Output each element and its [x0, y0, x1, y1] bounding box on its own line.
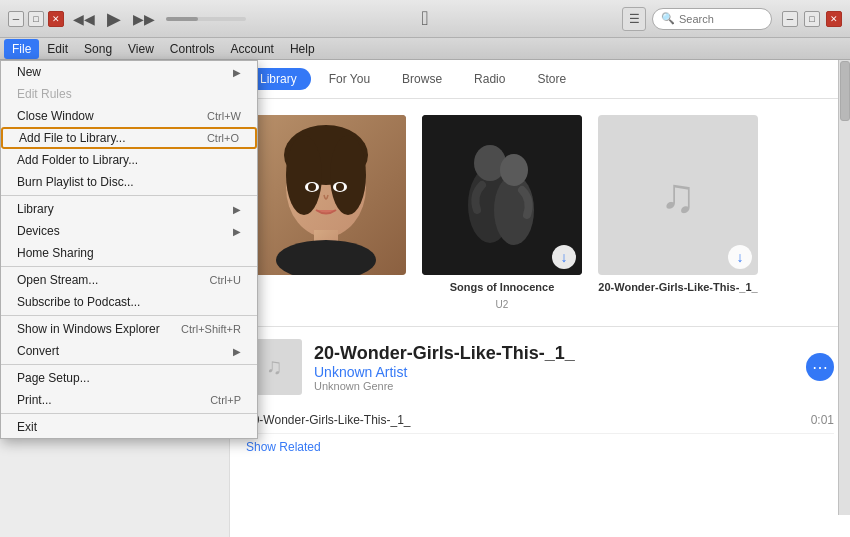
song-duration: 0:01 [811, 413, 834, 427]
grid-view-button[interactable]: ☰ [622, 7, 646, 31]
separator-3 [1, 315, 257, 316]
music-note-icon: ♫ [660, 168, 696, 223]
arrow-right-icon-2: ▶ [233, 204, 241, 215]
u2-album-title: Songs of Innocence [450, 281, 555, 293]
u2-album-artist: U2 [496, 299, 509, 310]
now-playing-section: ♫ 20-Wonder-Girls-Like-This-_1_ Unknown … [230, 326, 850, 407]
forward-button[interactable]: ▶▶ [132, 7, 156, 31]
menu-bar: File Edit Song View Controls Account Hel… [0, 38, 850, 60]
svg-point-8 [308, 183, 316, 191]
album-art-u2: ↓ [422, 115, 582, 275]
win-close-button[interactable]: ✕ [826, 11, 842, 27]
tab-radio[interactable]: Radio [460, 68, 519, 90]
rewind-button[interactable]: ◀◀ [72, 7, 96, 31]
title-bar-right: ☰ 🔍 ─ □ ✕ [622, 7, 842, 31]
svg-point-4 [330, 135, 366, 215]
playback-controls: ◀◀ ▶ ▶▶ [72, 7, 250, 31]
title-bar: ─ □ ✕ ◀◀ ▶ ▶▶  ☰ 🔍 ─ □ ✕ [0, 0, 850, 38]
now-playing-music-icon: ♫ [266, 354, 283, 380]
tab-browse[interactable]: Browse [388, 68, 456, 90]
song-name: 20-Wonder-Girls-Like-This-_1_ [246, 413, 411, 427]
album-card-adele[interactable] [246, 115, 406, 310]
content-area: Library For You Browse Radio Store [230, 60, 850, 537]
menu-burn-playlist[interactable]: Burn Playlist to Disc... [1, 171, 257, 193]
menu-help[interactable]: Help [282, 39, 323, 59]
menu-open-stream[interactable]: Open Stream... Ctrl+U [1, 269, 257, 291]
search-input[interactable] [679, 13, 759, 25]
separator-5 [1, 413, 257, 414]
menu-new[interactable]: New ▶ [1, 61, 257, 83]
menu-song[interactable]: Song [76, 39, 120, 59]
maximize-button[interactable]: □ [28, 11, 44, 27]
show-related-link[interactable]: Show Related [230, 434, 850, 460]
menu-account[interactable]: Account [223, 39, 282, 59]
apple-logo:  [421, 7, 428, 30]
now-playing-info: 20-Wonder-Girls-Like-This-_1_ Unknown Ar… [314, 343, 794, 392]
separator-1 [1, 195, 257, 196]
win-maximize-button[interactable]: □ [804, 11, 820, 27]
menu-file[interactable]: File [4, 39, 39, 59]
album-art-wonder: ♫ ↓ [598, 115, 758, 275]
album-art-adele [246, 115, 406, 275]
wonder-album-title: 20-Wonder-Girls-Like-This-_1_ [598, 281, 757, 293]
menu-devices[interactable]: Devices ▶ [1, 220, 257, 242]
now-playing-artist[interactable]: Unknown Artist [314, 364, 794, 380]
separator-2 [1, 266, 257, 267]
adele-face-svg [246, 115, 406, 275]
play-button[interactable]: ▶ [102, 7, 126, 31]
menu-view[interactable]: View [120, 39, 162, 59]
menu-convert[interactable]: Convert ▶ [1, 340, 257, 362]
svg-point-3 [286, 135, 322, 215]
menu-show-explorer[interactable]: Show in Windows Explorer Ctrl+Shift+R [1, 318, 257, 340]
menu-close-window[interactable]: Close Window Ctrl+W [1, 105, 257, 127]
menu-subscribe-podcast[interactable]: Subscribe to Podcast... [1, 291, 257, 313]
song-row[interactable]: 20-Wonder-Girls-Like-This-_1_ 0:01 [246, 407, 834, 434]
menu-edit-rules: Edit Rules [1, 83, 257, 105]
now-playing-title: 20-Wonder-Girls-Like-This-_1_ [314, 343, 794, 364]
minimize-button[interactable]: ─ [8, 11, 24, 27]
search-bar[interactable]: 🔍 [652, 8, 772, 30]
win-restore-button[interactable]: ─ [782, 11, 798, 27]
svg-point-15 [500, 154, 528, 186]
now-playing-genre: Unknown Genre [314, 380, 794, 392]
file-dropdown-menu: New ▶ Edit Rules Close Window Ctrl+W Add… [0, 60, 258, 439]
search-icon: 🔍 [661, 12, 675, 25]
tab-for-you[interactable]: For You [315, 68, 384, 90]
menu-library[interactable]: Library ▶ [1, 198, 257, 220]
menu-add-folder[interactable]: Add Folder to Library... [1, 149, 257, 171]
menu-home-sharing[interactable]: Home Sharing [1, 242, 257, 264]
nav-tabs: Library For You Browse Radio Store [230, 60, 850, 99]
svg-point-10 [336, 183, 344, 191]
scrollbar-thumb[interactable] [840, 61, 850, 121]
separator-4 [1, 364, 257, 365]
right-scrollbar[interactable] [838, 60, 850, 515]
menu-print[interactable]: Print... Ctrl+P [1, 389, 257, 411]
menu-edit[interactable]: Edit [39, 39, 76, 59]
album-card-wonder[interactable]: ♫ ↓ 20-Wonder-Girls-Like-This-_1_ [598, 115, 758, 310]
menu-exit[interactable]: Exit [1, 416, 257, 438]
menu-controls[interactable]: Controls [162, 39, 223, 59]
menu-add-file[interactable]: Add File to Library... Ctrl+O [1, 127, 257, 149]
song-list: 20-Wonder-Girls-Like-This-_1_ 0:01 [230, 407, 850, 434]
album-card-u2[interactable]: ↓ Songs of Innocence U2 [422, 115, 582, 310]
arrow-right-icon-4: ▶ [233, 346, 241, 357]
arrow-right-icon-3: ▶ [233, 226, 241, 237]
wonder-download-button[interactable]: ↓ [728, 245, 752, 269]
progress-bar[interactable] [166, 17, 246, 21]
window-controls: ─ □ ✕ [8, 11, 64, 27]
album-grid: ↓ Songs of Innocence U2 ♫ ↓ 20-Wonder-Gi… [230, 99, 850, 326]
close-button[interactable]: ✕ [48, 11, 64, 27]
u2-download-button[interactable]: ↓ [552, 245, 576, 269]
more-options-button[interactable]: ⋯ [806, 353, 834, 381]
tab-store[interactable]: Store [523, 68, 580, 90]
arrow-right-icon: ▶ [233, 67, 241, 78]
menu-page-setup[interactable]: Page Setup... [1, 367, 257, 389]
